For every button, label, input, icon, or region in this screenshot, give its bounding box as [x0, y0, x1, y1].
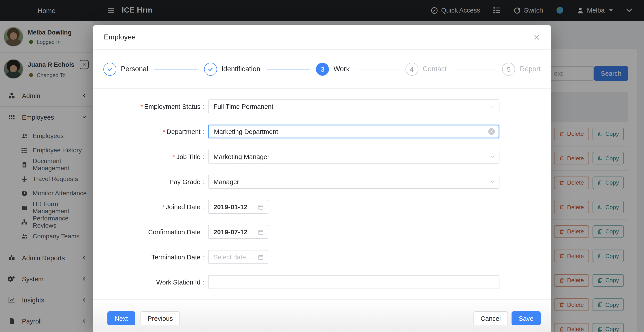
field-control: Manager — [208, 175, 500, 189]
field-control: 2019-07-12 — [208, 225, 268, 239]
form-row-employment-status: *Employment StatusFull Time Permanent — [104, 99, 540, 113]
field-label: *Job Title — [104, 153, 208, 160]
screen: Home ICE Hrm Quick Access Switch Melba — [0, 0, 644, 332]
chevron-down-icon — [490, 154, 495, 159]
check-icon — [208, 66, 213, 72]
step-report[interactable]: 5Report — [502, 63, 540, 76]
clear-icon[interactable] — [488, 128, 495, 135]
step-identification[interactable]: Identification — [204, 63, 260, 76]
field-label: *Department — [104, 128, 208, 135]
employment-status-select[interactable]: Full Time Permanent — [208, 99, 500, 113]
step-circle: 5 — [502, 63, 515, 76]
step-connector — [453, 69, 496, 69]
step-label: Personal — [121, 65, 148, 73]
form-row-joined-date: *Joined Date2019-01-12 — [104, 200, 540, 214]
step-work[interactable]: 3Work — [316, 63, 350, 76]
required-asterisk: * — [163, 128, 165, 135]
job-title-select[interactable]: Marketing Manager — [208, 150, 500, 163]
field-label-text: Department — [166, 128, 200, 135]
pay-grade-select[interactable]: Manager — [208, 175, 500, 189]
form-row-pay-grade: Pay GradeManager — [104, 175, 540, 189]
wizard-steps: PersonalIdentification3Work4Contact5Repo… — [93, 50, 551, 89]
department-select[interactable]: Marketing Department — [208, 124, 500, 138]
field-value: Marketing Manager — [214, 153, 270, 160]
modal-title: Employee — [104, 33, 136, 41]
field-control: 2019-01-12 — [208, 200, 268, 214]
field-control — [208, 275, 500, 289]
field-label: *Joined Date — [104, 203, 208, 210]
form-row-termination-date: Termination DateSelect date — [104, 250, 540, 264]
required-asterisk: * — [140, 103, 143, 110]
modal-footer: Next Previous Cancel Save — [93, 299, 551, 332]
form-row-job-title: *Job TitleMarketing Manager — [104, 150, 540, 163]
work-station-id-input[interactable] — [208, 275, 500, 289]
field-label: Confirmation Date — [104, 228, 208, 235]
field-label-text: Confirmation Date — [148, 228, 200, 235]
field-label: *Employment Status — [104, 103, 208, 110]
field-label: Termination Date — [104, 253, 208, 261]
modal-close-icon[interactable] — [534, 34, 540, 41]
step-connector — [266, 69, 310, 69]
step-personal[interactable]: Personal — [104, 63, 148, 76]
field-control: Marketing Manager — [208, 150, 500, 163]
chevron-down-icon — [490, 179, 495, 184]
field-value: Manager — [214, 178, 239, 185]
field-control: Marketing Department — [208, 124, 500, 138]
modal-header: Employee — [93, 25, 551, 50]
chevron-down-icon — [490, 104, 495, 109]
field-value: Marketing Department — [214, 128, 278, 135]
field-value: Select date — [214, 253, 246, 261]
required-asterisk: * — [172, 153, 175, 160]
step-connector — [154, 69, 198, 69]
field-value: 2019-07-12 — [214, 228, 248, 235]
cancel-button[interactable]: Cancel — [474, 311, 508, 325]
save-button[interactable]: Save — [512, 311, 540, 325]
employee-modal: Employee PersonalIdentification3Work4Con… — [93, 25, 551, 332]
step-label: Work — [334, 65, 350, 73]
field-label-text: Termination Date — [152, 253, 200, 261]
field-label-text: Job Title — [176, 153, 200, 160]
check-icon — [107, 66, 113, 72]
next-button[interactable]: Next — [108, 311, 135, 325]
step-circle: 3 — [316, 63, 329, 76]
field-label-text: Work Station Id — [156, 278, 200, 286]
step-label: Identification — [221, 65, 260, 73]
step-circle — [104, 63, 116, 76]
step-circle — [204, 63, 217, 76]
field-control: Full Time Permanent — [208, 99, 500, 113]
form-row-department: *DepartmentMarketing Department — [104, 124, 540, 138]
calendar-icon — [258, 229, 264, 235]
calendar-icon — [258, 204, 264, 210]
close-icon — [490, 130, 493, 133]
step-label: Contact — [423, 65, 447, 73]
field-control: Select date — [208, 250, 268, 264]
field-label: Work Station Id — [104, 278, 208, 286]
form-row-work-station-id: Work Station Id — [104, 275, 540, 289]
field-label-text: Joined Date — [166, 203, 200, 210]
step-contact[interactable]: 4Contact — [405, 63, 447, 76]
field-label: Pay Grade — [104, 178, 208, 185]
form-row-confirmation-date: Confirmation Date2019-07-12 — [104, 225, 540, 239]
calendar-icon — [258, 254, 264, 260]
field-label-text: Employment Status — [144, 103, 200, 110]
previous-button[interactable]: Previous — [140, 311, 180, 325]
field-label-text: Pay Grade — [170, 178, 200, 185]
step-connector — [356, 69, 399, 69]
step-circle: 4 — [405, 63, 418, 76]
field-value: Full Time Permanent — [214, 103, 274, 110]
work-step-form: *Employment StatusFull Time Permanent*De… — [93, 89, 551, 289]
field-value: 2019-01-12 — [214, 203, 248, 210]
required-asterisk: * — [162, 203, 164, 210]
step-label: Report — [520, 65, 540, 73]
